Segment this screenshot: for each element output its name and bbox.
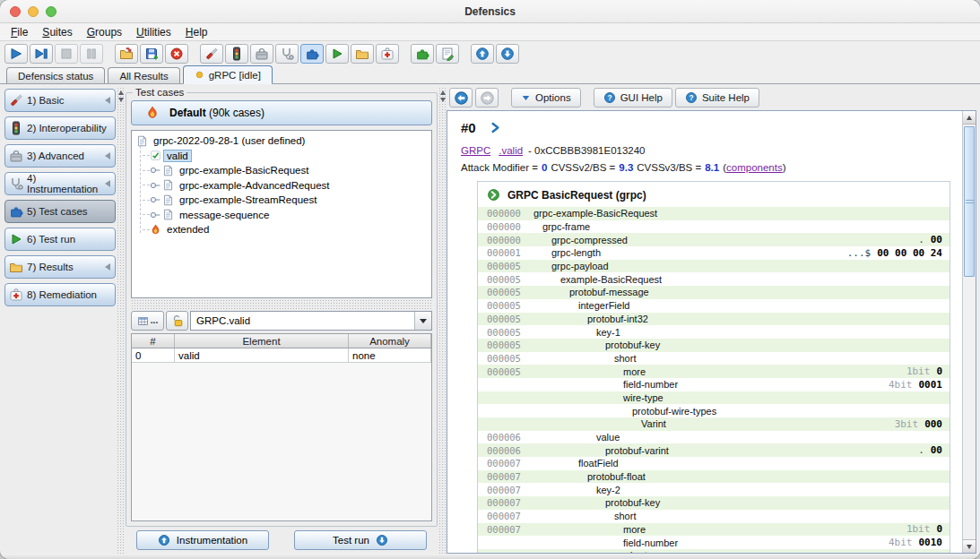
edit-settings-button[interactable] — [436, 44, 459, 64]
tab-defensics-status[interactable]: Defensics status — [6, 67, 105, 83]
advanced-step-button[interactable] — [250, 44, 273, 64]
field-link[interactable]: .valid — [499, 145, 523, 156]
hex-row-grpc-compressed[interactable]: 000000grpc-compressed.00 — [478, 233, 950, 246]
menu-file[interactable]: File — [4, 26, 35, 39]
scroll-up-arrow[interactable] — [963, 111, 976, 125]
expand-handle-icon[interactable] — [150, 164, 162, 176]
hex-row-protobuf-varint[interactable]: 000006protobuf-varint.00 — [478, 443, 950, 457]
green-arrow-icon[interactable] — [487, 188, 500, 202]
hex-row-field-number[interactable]: field-number4bit0010 — [478, 536, 950, 549]
hex-row-varint[interactable]: Varint3bit000 — [478, 417, 950, 431]
close-suite-button[interactable] — [165, 44, 188, 64]
instrumentation-step-button[interactable] — [275, 44, 299, 64]
hex-row-wire-type[interactable]: wire-type — [478, 549, 950, 553]
hex-row-protobuf-message[interactable]: 000005protobuf-message — [478, 286, 950, 299]
tree-item-valid[interactable]: valid — [134, 149, 429, 164]
zoom-window-button[interactable] — [46, 6, 56, 17]
splitter-expand-icon[interactable] — [440, 90, 446, 95]
tab-all-results[interactable]: All Results — [108, 67, 179, 83]
sidebar-item-basic[interactable]: 1) Basic — [4, 89, 116, 112]
sidebar-item-test-run[interactable]: 6) Test run — [4, 228, 116, 251]
tree-item-grpc-example-basicrequest[interactable]: grpc-example-BasicRequest — [134, 163, 429, 178]
hex-row-grpc-example-basicrequest[interactable]: 000000grpc-example-BasicRequest — [478, 207, 950, 220]
save-settings-button[interactable] — [140, 44, 163, 64]
hex-row-protobuf-key[interactable]: 000007protobuf-key — [478, 496, 950, 510]
hex-row-protobuf-float[interactable]: 000007protobuf-float — [478, 470, 950, 484]
gui-help-button[interactable]: ? GUI Help — [594, 88, 672, 108]
expand-handle-icon[interactable] — [150, 194, 162, 206]
vertical-scrollbar[interactable] — [962, 111, 976, 553]
hex-row-grpc-frame[interactable]: 000000grpc-frame — [478, 220, 950, 234]
menu-utilities[interactable]: Utilities — [129, 26, 178, 39]
tree-item-grpc-2022-09-28-1-user-defined[interactable]: grpc-2022-09-28-1 (user defined) — [134, 133, 429, 149]
column-header-[interactable]: # — [132, 334, 175, 348]
lock-button[interactable] — [166, 311, 188, 331]
splitter-collapse-icon[interactable] — [118, 98, 124, 102]
hex-row-protobuf-wire-types[interactable]: protobuf-wire-types — [478, 404, 950, 417]
hex-row-more[interactable]: 000007more1bit0 — [478, 523, 950, 537]
hex-row-integerfield[interactable]: 000005integerField — [478, 299, 950, 313]
run-paused-button[interactable] — [30, 44, 53, 64]
load-settings-button[interactable] — [115, 44, 138, 64]
new-suite-button[interactable] — [411, 44, 434, 64]
menu-groups[interactable]: Groups — [80, 26, 129, 39]
basic-step-button[interactable] — [200, 44, 223, 64]
hex-row-grpc-payload[interactable]: 000005grpc-payload — [478, 260, 950, 273]
splitter-collapse-icon[interactable] — [440, 98, 446, 102]
element-selector[interactable]: GRPC.valid — [190, 311, 432, 331]
sidebar-item-test-cases[interactable]: 5) Test cases — [4, 200, 116, 223]
tree-item-grpc-example-advancedrequest[interactable]: grpc-example-AdvancedRequest — [134, 178, 429, 194]
tab-grpc-idle[interactable]: gRPC [idle] — [183, 65, 273, 84]
close-window-button[interactable] — [10, 6, 21, 17]
hex-row-wire-type[interactable]: wire-type — [478, 391, 950, 405]
interoperability-step-button[interactable] — [225, 44, 248, 64]
results-step-button[interactable] — [351, 44, 374, 64]
hex-row-short[interactable]: 000005short — [478, 352, 950, 366]
table-config-button[interactable]: ... — [131, 311, 164, 331]
sidebar-item-remediation[interactable]: 8) Remediation — [4, 283, 116, 306]
hex-row-protobuf-key[interactable]: 000005protobuf-key — [478, 339, 950, 352]
minimize-window-button[interactable] — [28, 6, 39, 17]
options-button[interactable]: Options — [511, 88, 581, 108]
navigate-down-button[interactable] — [496, 44, 519, 64]
table-row[interactable]: 0validnone — [132, 348, 431, 363]
tree-item-message-sequence[interactable]: message-sequence — [134, 208, 429, 223]
hex-row-example-basicrequest[interactable]: 000005example-BasicRequest — [478, 272, 950, 286]
column-header-element[interactable]: Element — [175, 334, 349, 348]
chevron-down-icon[interactable] — [414, 312, 431, 330]
remediation-step-button[interactable] — [376, 44, 399, 64]
tree-item-grpc-example-streamrequest[interactable]: grpc-example-StreamRequest — [134, 193, 429, 208]
menu-suites[interactable]: Suites — [35, 26, 79, 39]
expand-handle-icon[interactable] — [150, 209, 162, 221]
hex-row-floatfield[interactable]: 000007floatField — [478, 457, 950, 470]
tree-splitter[interactable] — [131, 299, 432, 310]
hex-row-grpc-length[interactable]: 000001grpc-length...$00 00 00 24 — [478, 246, 950, 260]
hex-row-value[interactable]: 000006value — [478, 431, 950, 444]
splitter-expand-icon[interactable] — [118, 90, 124, 95]
sidebar-item-instrumentation[interactable]: 4) Instrumentation — [4, 172, 116, 195]
back-button[interactable] — [449, 88, 473, 108]
scroll-down-arrow[interactable] — [963, 539, 976, 553]
protocol-link[interactable]: GRPC — [461, 145, 490, 156]
hex-row-short[interactable]: 000007short — [478, 510, 950, 523]
test-run-button[interactable]: Test run — [294, 530, 427, 550]
navigate-up-button[interactable] — [471, 44, 494, 64]
menu-help[interactable]: Help — [178, 26, 215, 39]
instrumentation-button[interactable]: Instrumentation — [136, 530, 269, 550]
tree-item-extended[interactable]: extended — [134, 222, 429, 237]
scrollbar-thumb[interactable] — [964, 126, 975, 277]
sidebar-item-advanced[interactable]: 3) Advanced — [4, 144, 116, 168]
sidebar-item-results[interactable]: 7) Results — [4, 255, 116, 279]
hex-row-more[interactable]: 000005more1bit0 — [478, 365, 950, 378]
run-button[interactable] — [4, 44, 28, 64]
chevron-right-icon[interactable] — [490, 122, 501, 133]
suite-help-button[interactable]: ? Suite Help — [675, 88, 759, 108]
test-run-step-button[interactable] — [325, 44, 349, 64]
sidebar-item-interoperability[interactable]: 2) Interoperability — [4, 116, 116, 140]
main-splitter[interactable] — [438, 87, 447, 554]
column-header-anomaly[interactable]: Anomaly — [349, 334, 431, 348]
default-test-cases-button[interactable]: Default (90k cases) — [131, 100, 432, 125]
hex-row-protobuf-int32[interactable]: 000005protobuf-int32 — [478, 313, 950, 326]
sidebar-splitter[interactable] — [117, 87, 125, 554]
test-cases-step-button[interactable] — [300, 44, 324, 64]
